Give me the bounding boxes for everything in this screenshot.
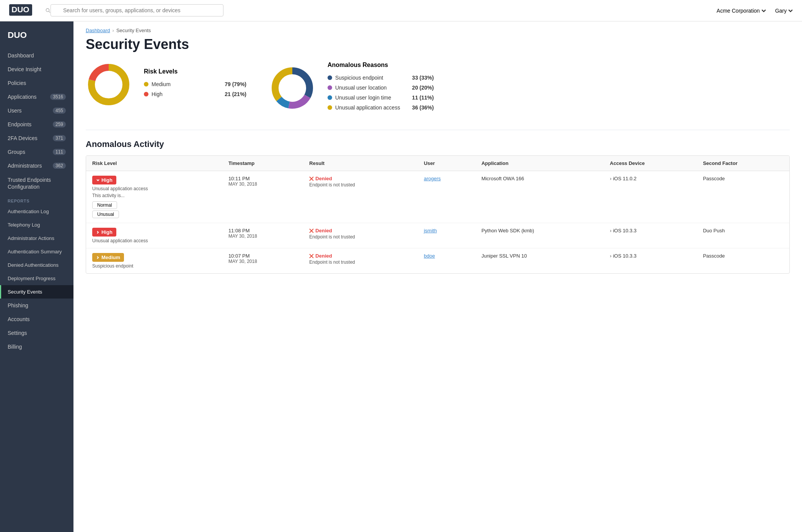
result-denied: Denied [309, 176, 411, 181]
col-access-device: Access Device [604, 156, 697, 171]
sidebar-item-label: Trusted Endpoints Configuration [8, 176, 66, 190]
breadcrumb-home[interactable]: Dashboard [86, 28, 110, 33]
anomalous-activity-title: Anomalous Activity [86, 139, 790, 149]
col-result: Result [303, 156, 417, 171]
legend-suspicious: Suspicious endpoint 33 (33%) [328, 75, 434, 81]
sidebar-item-label: Policies [8, 80, 26, 86]
sidebar-item-label: Accounts [8, 316, 30, 322]
duo-logo: DUO [9, 4, 32, 17]
user-link[interactable]: arogers [424, 176, 441, 181]
access-device-cell: › iOS 10.3.3 [604, 223, 697, 248]
unusual-app-label: Unusual application access [335, 104, 400, 111]
risk-level-cell: Medium Suspicious endpoint [86, 248, 222, 274]
suspicious-value: 33 (33%) [403, 75, 434, 81]
sidebar-item-administrators[interactable]: Administrators 362 [0, 159, 73, 173]
device-name: iOS 11.0.2 [613, 176, 636, 181]
risk-levels-chart: Risk Levels Medium 79 (79%) High 21 (21%… [86, 62, 246, 108]
sidebar-item-trusted-endpoints[interactable]: Trusted Endpoints Configuration [0, 173, 73, 194]
medium-value: 79 (79%) [216, 81, 246, 87]
legend-high: High 21 (21%) [144, 91, 246, 97]
risk-badge-high: High [92, 176, 116, 184]
sidebar-item-deployment-progress[interactable]: Deployment Progress [0, 272, 73, 285]
second-factor-cell: Passcode [697, 171, 789, 223]
sidebar-badge: 111 [53, 149, 66, 155]
sidebar-item-billing[interactable]: Billing [0, 340, 73, 354]
timestamp-cell: 10:07 PM MAY 30, 2018 [222, 248, 303, 274]
unusual-time-value: 11 (11%) [403, 95, 434, 101]
suspicious-dot [328, 75, 332, 80]
search-input[interactable] [51, 4, 223, 16]
timestamp-cell: 11:08 PM MAY 30, 2018 [222, 223, 303, 248]
user-link[interactable]: jsmith [424, 228, 437, 233]
timestamp-time: 10:11 PM [228, 176, 297, 181]
sidebar-item-administrator-actions[interactable]: Administrator Actions [0, 232, 73, 245]
risk-reason: Unusual application access [92, 186, 216, 191]
table-row: Medium Suspicious endpoint 10:07 PM MAY … [86, 248, 789, 274]
sidebar-badge: 371 [53, 135, 66, 141]
device-name: iOS 10.3.3 [613, 228, 636, 233]
sidebar-item-device-insight[interactable]: Device Insight [0, 62, 73, 76]
sidebar-item-accounts[interactable]: Accounts [0, 312, 73, 326]
sidebar-item-dashboard[interactable]: Dashboard [0, 49, 73, 62]
sidebar-item-phishing[interactable]: Phishing [0, 299, 73, 312]
sidebar-item-authentication-log[interactable]: Authentication Log [0, 205, 73, 218]
unusual-button[interactable]: Unusual [92, 211, 119, 218]
sidebar-item-2fa-devices[interactable]: 2FA Devices 371 [0, 131, 73, 145]
risk-buttons: Normal Unusual [92, 201, 216, 218]
sidebar-item-endpoints[interactable]: Endpoints 259 [0, 117, 73, 131]
sidebar-badge: 455 [53, 108, 66, 114]
risk-reason: Suspicious endpoint [92, 263, 216, 269]
normal-button[interactable]: Normal [92, 201, 117, 209]
risk-reason: Unusual application access [92, 238, 216, 243]
risk-badge-high: High [92, 228, 116, 237]
sidebar-logo: DUO [0, 21, 73, 49]
device-name: iOS 10.3.3 [613, 253, 636, 259]
table-header-row: Risk Level Timestamp Result User Applica… [86, 156, 789, 171]
org-dropdown[interactable]: Acme Corporation [717, 8, 766, 14]
user-link[interactable]: bdoe [424, 253, 435, 259]
sidebar-item-authentication-summary[interactable]: Authentication Summary [0, 245, 73, 258]
result-denied: Denied [309, 228, 411, 233]
arrow-right-icon: › [610, 253, 611, 259]
unusual-app-value: 36 (36%) [403, 104, 434, 111]
anomalous-activity-section: Anomalous Activity Risk Level Timestamp … [73, 139, 802, 286]
user-dropdown[interactable]: Gary [775, 8, 793, 14]
sidebar-item-telephony-log[interactable]: Telephony Log [0, 218, 73, 232]
sidebar-item-security-events[interactable]: Security Events [0, 285, 73, 299]
result-cell: Denied Endpoint is not trusted [303, 171, 417, 223]
sidebar-item-label: Administrators [8, 163, 42, 169]
sidebar-item-label: Applications [8, 94, 37, 100]
breadcrumb-current: Security Events [116, 28, 151, 33]
risk-level-cell: High Unusual application access This act… [86, 171, 222, 223]
reports-section-label: Reports [0, 194, 73, 205]
sidebar-item-label: Telephony Log [8, 222, 40, 228]
anomalous-donut-chart [269, 65, 315, 111]
col-application: Application [475, 156, 604, 171]
anomalous-activity-table: Risk Level Timestamp Result User Applica… [86, 156, 789, 273]
sidebar-item-users[interactable]: Users 455 [0, 104, 73, 117]
high-label: High [152, 91, 213, 97]
sidebar-item-denied-authentications[interactable]: Denied Authentications [0, 258, 73, 272]
sidebar-item-settings[interactable]: Settings [0, 326, 73, 340]
access-device-cell: › iOS 10.3.3 [604, 248, 697, 274]
sidebar-badge: 259 [53, 121, 66, 127]
denied-reason: Endpoint is not trusted [309, 182, 411, 188]
charts-section: Risk Levels Medium 79 (79%) High 21 (21%… [73, 62, 802, 130]
sidebar-item-label: Dashboard [8, 52, 34, 59]
col-risk-level: Risk Level [86, 156, 222, 171]
legend-unusual-app: Unusual application access 36 (36%) [328, 104, 434, 111]
unusual-app-dot [328, 105, 332, 110]
table-row: High Unusual application access 11:08 PM… [86, 223, 789, 248]
sidebar-item-label: Billing [8, 344, 22, 350]
legend-medium: Medium 79 (79%) [144, 81, 246, 87]
sidebar-item-groups[interactable]: Groups 111 [0, 145, 73, 159]
sidebar-item-applications[interactable]: Applications 3516 [0, 90, 73, 104]
search-icon [45, 8, 51, 13]
legend-unusual-time: Unusual user login time 11 (11%) [328, 95, 434, 101]
sidebar-item-label: Settings [8, 330, 27, 336]
risk-levels-legend: Risk Levels Medium 79 (79%) High 21 (21%… [144, 68, 246, 101]
sidebar-item-label: Deployment Progress [8, 276, 55, 281]
timestamp-cell: 10:11 PM MAY 30, 2018 [222, 171, 303, 223]
anomalous-reasons-chart: Anomalous Reasons Suspicious endpoint 33… [269, 62, 434, 114]
sidebar-item-policies[interactable]: Policies [0, 76, 73, 90]
